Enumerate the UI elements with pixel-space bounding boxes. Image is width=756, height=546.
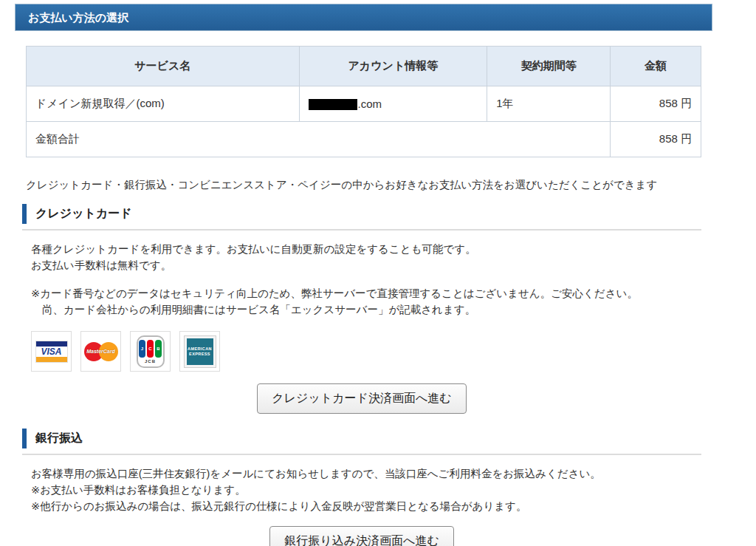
page-title-label: お支払い方法の選択: [28, 11, 128, 24]
credit-card-description-line1: 各種クレジットカードを利用できます。お支払いに自動更新の設定をすることも可能です…: [31, 241, 701, 257]
bank-transfer-description-line1: お客様専用の振込口座(三井住友銀行)をメールにてお知らせしますので、当該口座へご…: [31, 465, 701, 482]
credit-card-note-line1: ※カード番号などのデータはセキュリティ向上のため、弊社サーバーで直接管理すること…: [31, 285, 701, 301]
credit-card-section-heading: クレジットカード: [22, 204, 701, 231]
visa-card-icon: VISA: [31, 331, 72, 372]
table-row-domain: ドメイン新規取得／(com) .com 1年 858 円: [27, 86, 701, 122]
cell-amount: 858 円: [611, 86, 701, 122]
order-summary-table: サービス名 アカウント情報等 契約期間等 金額 ドメイン新規取得／(com) .…: [26, 46, 701, 157]
cell-total-label: 金額合計: [27, 122, 611, 157]
payment-options-intro: クレジットカード・銀行振込・コンビニエンスストア・ペイジーの中からお好きなお支払…: [26, 177, 701, 192]
bank-transfer-proceed-button[interactable]: 銀行振り込み決済画面へ進む: [269, 526, 454, 546]
amex-label-line1: AMERICAN: [188, 347, 212, 352]
mastercard-label: MasterCard: [84, 349, 118, 354]
bank-transfer-section: 銀行振込 お客様専用の振込口座(三井住友銀行)をメールにてお知らせしますので、当…: [22, 429, 701, 546]
bank-transfer-description: お客様専用の振込口座(三井住友銀行)をメールにてお知らせしますので、当該口座へご…: [31, 465, 701, 514]
section-accent-bar: [22, 429, 27, 448]
credit-card-proceed-button[interactable]: クレジットカード決済画面へ進む: [257, 383, 466, 414]
page-title: お支払い方法の選択: [15, 4, 712, 31]
bank-transfer-heading-label: 銀行振込: [35, 431, 83, 446]
bank-transfer-section-heading: 銀行振込: [22, 429, 701, 455]
domain-suffix: .com: [358, 98, 382, 110]
header-service-name: サービス名: [27, 47, 300, 86]
credit-card-description-line2: お支払い手数料は無料です。: [31, 257, 701, 273]
visa-label: VISA: [36, 347, 67, 357]
bank-transfer-note-line2: ※他行からのお振込みの場合は、振込元銀行の仕様により入金反映が翌営業日となる場合…: [31, 498, 701, 514]
redacted-domain-name: [309, 99, 357, 110]
jcb-card-icon: J C B JCB: [130, 331, 171, 372]
credit-card-description: 各種クレジットカードを利用できます。お支払いに自動更新の設定をすることも可能です…: [31, 241, 701, 273]
credit-card-note-line2: 尚、カード会社からの利用明細書にはサービス名「エックスサーバー」が記載されます。: [31, 301, 701, 318]
header-account-info: アカウント情報等: [299, 47, 487, 86]
amex-label-line2: EXPRESS: [189, 352, 210, 357]
cell-service-name: ドメイン新規取得／(com): [27, 86, 300, 122]
cell-contract-term: 1年: [487, 86, 611, 122]
credit-card-note: ※カード番号などのデータはセキュリティ向上のため、弊社サーバーで直接管理すること…: [31, 285, 701, 318]
section-accent-bar: [22, 204, 27, 224]
cell-total-amount: 858 円: [611, 122, 701, 157]
table-header-row: サービス名 アカウント情報等 契約期間等 金額: [27, 47, 701, 86]
main-content: サービス名 アカウント情報等 契約期間等 金額 ドメイン新規取得／(com) .…: [22, 46, 701, 546]
credit-card-heading-label: クレジットカード: [35, 206, 132, 222]
cell-account-info: .com: [299, 86, 487, 122]
header-contract-term: 契約期間等: [487, 47, 611, 86]
credit-card-section: クレジットカード 各種クレジットカードを利用できます。お支払いに自動更新の設定を…: [22, 204, 701, 414]
bank-transfer-note-line1: ※お支払い手数料はお客様負担となります。: [31, 482, 701, 498]
accepted-card-brands: VISA MasterCard J C B JCB: [31, 331, 701, 372]
amex-card-icon: AMERICAN EXPRESS: [179, 331, 220, 372]
header-amount: 金額: [611, 47, 701, 86]
mastercard-icon: MasterCard: [80, 331, 121, 372]
jcb-label: JCB: [145, 359, 156, 364]
table-row-total: 金額合計 858 円: [27, 122, 701, 157]
